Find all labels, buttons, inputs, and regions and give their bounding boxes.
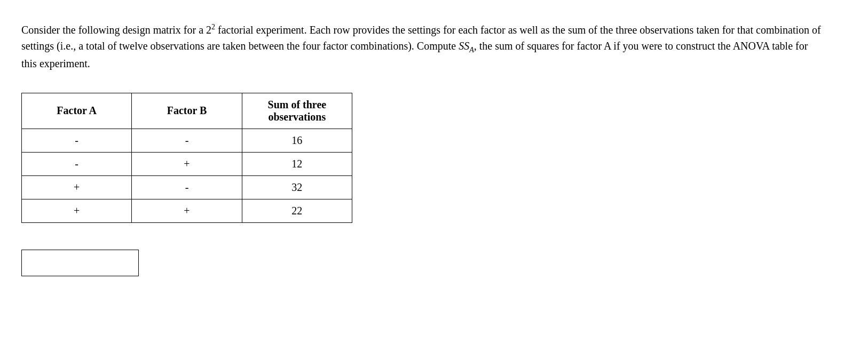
cell-sum: 16 xyxy=(242,129,352,152)
exponent: 2 xyxy=(211,23,215,31)
cell-sum: 12 xyxy=(242,152,352,175)
cell-sum: 32 xyxy=(242,175,352,199)
header-factor-a: Factor A xyxy=(22,93,132,129)
cell-factor-b: + xyxy=(132,199,242,222)
header-factor-b: Factor B xyxy=(132,93,242,129)
cell-factor-a: + xyxy=(22,199,132,222)
table-row: ++22 xyxy=(22,199,352,222)
table-row: +-32 xyxy=(22,175,352,199)
intro-text-part1: Consider the following design matrix for… xyxy=(21,24,211,36)
ss-italic: SS xyxy=(459,40,469,52)
table-row: --16 xyxy=(22,129,352,152)
design-matrix-table-container: Factor A Factor B Sum of threeobservatio… xyxy=(21,93,847,223)
answer-input[interactable] xyxy=(21,250,139,276)
table-row: -+12 xyxy=(22,152,352,175)
cell-factor-b: - xyxy=(132,129,242,152)
intro-paragraph: Consider the following design matrix for… xyxy=(21,21,822,71)
cell-factor-a: - xyxy=(22,129,132,152)
design-matrix-table: Factor A Factor B Sum of threeobservatio… xyxy=(21,93,352,223)
cell-factor-a: - xyxy=(22,152,132,175)
cell-factor-a: + xyxy=(22,175,132,199)
cell-sum: 22 xyxy=(242,199,352,222)
header-sum-observations: Sum of threeobservations xyxy=(242,93,352,129)
ss-subscript: A xyxy=(469,46,474,54)
cell-factor-b: + xyxy=(132,152,242,175)
cell-factor-b: - xyxy=(132,175,242,199)
